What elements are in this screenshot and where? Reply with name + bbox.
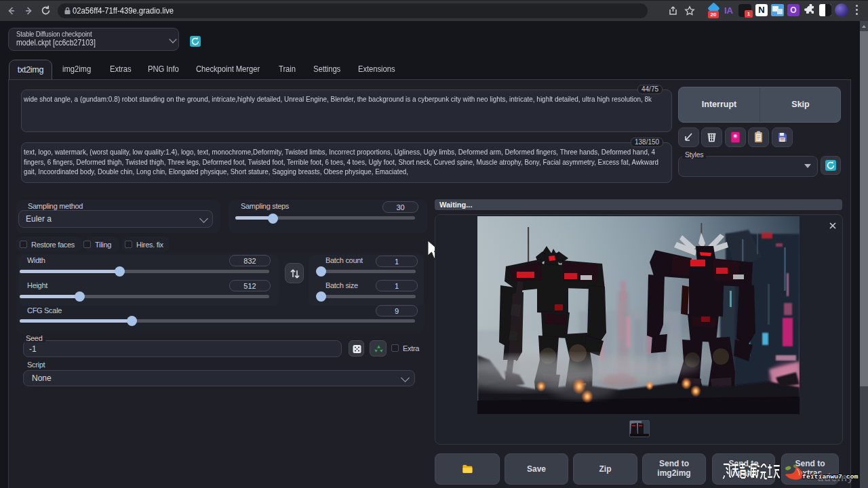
svg-text:feitianwu7.com: feitianwu7.com	[802, 473, 858, 481]
